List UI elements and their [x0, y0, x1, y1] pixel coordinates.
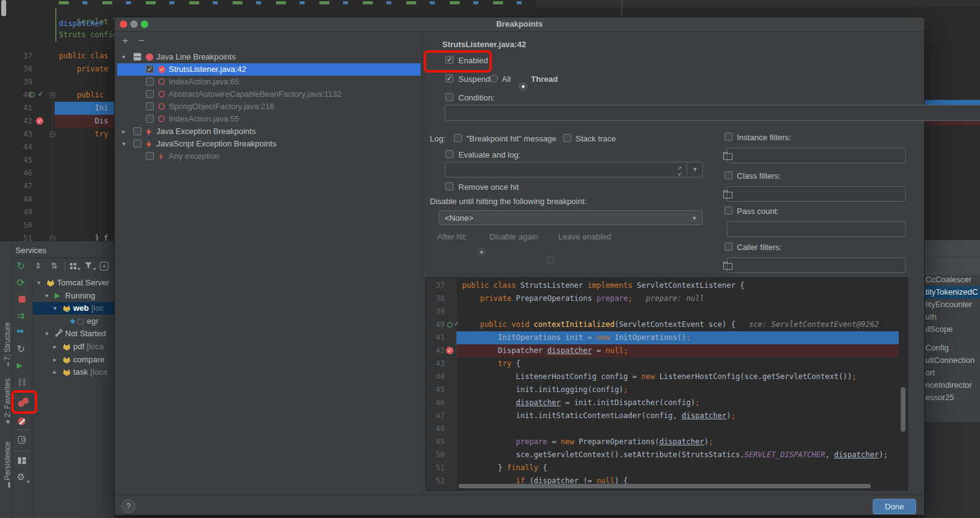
- view-breakpoints-icon[interactable]: [18, 398, 29, 407]
- breakpoint-tree-row[interactable]: ▾—Java Line Breakpoints: [117, 51, 421, 63]
- chevron-right-icon[interactable]: ▸: [53, 343, 56, 351]
- run-to-cursor-icon[interactable]: ▶: [17, 362, 22, 369]
- services-tree-row[interactable]: ▸▪compare: [33, 354, 115, 366]
- folder-icon[interactable]: [723, 192, 733, 199]
- services-tree-row[interactable]: ▾Running: [33, 290, 115, 302]
- services-tree-row[interactable]: ▾Tomcat Server: [33, 277, 115, 289]
- breakpoint-checkbox[interactable]: ✓: [146, 65, 154, 73]
- help-button[interactable]: ?: [122, 499, 135, 513]
- services-tree-row[interactable]: ▾▸web [loc: [33, 302, 115, 315]
- preview-vscrollbar[interactable]: [901, 387, 906, 432]
- folder-icon[interactable]: [723, 263, 733, 270]
- chevron-right-icon[interactable]: ▸: [122, 128, 125, 135]
- line-number: 43: [14, 128, 32, 141]
- chevron-down-icon[interactable]: ▾: [45, 330, 48, 337]
- breakpoint-tree-row[interactable]: SpringObjectFactory.java:216: [117, 100, 421, 113]
- stop-icon[interactable]: [19, 296, 25, 303]
- filter-checkbox[interactable]: [724, 133, 733, 141]
- history-dropdown-icon[interactable]: ▼: [692, 166, 698, 172]
- services-tree-row[interactable]: ▸▪task [loca: [33, 366, 115, 378]
- evaluate-input[interactable]: ↗ ↙ ▼: [445, 162, 703, 177]
- filter-input[interactable]: [727, 221, 906, 237]
- suspend-all-radio[interactable]: [490, 74, 498, 83]
- list-item[interactable]: essor25: [925, 393, 954, 402]
- list-item[interactable]: dScope: [925, 324, 953, 334]
- list-item[interactable]: lityEncounter: [925, 300, 972, 309]
- list-item[interactable]: ort: [925, 368, 935, 377]
- filter-input[interactable]: [727, 148, 906, 163]
- breakpoint-checkbox[interactable]: —: [133, 53, 141, 61]
- override-marker-icon[interactable]: [29, 92, 35, 97]
- rerun-icon[interactable]: ↻: [17, 261, 25, 271]
- breakpoint-icon[interactable]: ✓: [446, 347, 453, 354]
- camera-icon[interactable]: [18, 436, 25, 444]
- step-icon[interactable]: ◆◆: [17, 329, 23, 334]
- breakpoint-tree-row[interactable]: AbstractAutowireCapableBeanFactory.java:…: [117, 88, 421, 100]
- stripe-tab-favorites[interactable]: ★ 2: Favorites: [3, 367, 12, 435]
- breakpoint-checkbox[interactable]: [146, 78, 154, 86]
- filter-checkbox[interactable]: [724, 171, 733, 179]
- breakpoint-tree-row[interactable]: IndexAction.java:55: [117, 113, 421, 125]
- breakpoint-tree-row[interactable]: Any exception: [117, 150, 421, 163]
- mute-breakpoints-icon[interactable]: [18, 418, 25, 425]
- remove-once-checkbox[interactable]: [445, 182, 453, 190]
- list-item[interactable]: uth: [925, 312, 937, 321]
- folder-icon[interactable]: [723, 153, 733, 160]
- override-marker-icon[interactable]: [447, 322, 453, 328]
- resume-icon[interactable]: ⇉: [17, 311, 25, 320]
- done-button[interactable]: Done: [873, 499, 916, 514]
- filter-input[interactable]: [727, 186, 906, 202]
- breakpoint-checkbox[interactable]: [146, 102, 154, 110]
- leave-enabled-radio[interactable]: [546, 256, 555, 264]
- services-tree-row[interactable]: ▾Not Started: [33, 328, 115, 340]
- layout-icon[interactable]: [18, 457, 25, 465]
- breakpoint-checkbox[interactable]: [146, 152, 154, 160]
- filter-checkbox[interactable]: [724, 207, 733, 215]
- disable-again-radio[interactable]: [478, 248, 486, 256]
- breakpoint-tree-row[interactable]: ▾JavaScript Exception Breakpoints: [117, 138, 421, 150]
- chevron-down-icon[interactable]: ▾: [122, 53, 125, 61]
- list-item[interactable]: CcCoalescer: [925, 275, 971, 284]
- rerun-debug-icon[interactable]: ⟳: [17, 278, 25, 288]
- breakpoint-tree-row[interactable]: ▸Java Exception Breakpoints: [117, 125, 421, 138]
- suspend-thread-radio[interactable]: [519, 83, 527, 91]
- condition-checkbox[interactable]: [445, 93, 453, 101]
- log-message-checkbox[interactable]: [454, 134, 462, 142]
- list-item[interactable]: ultConnection: [925, 355, 975, 365]
- preview-hscrollbar[interactable]: [458, 484, 871, 488]
- breakpoint-tree-row[interactable]: IndexAction.java:65: [117, 76, 421, 88]
- exception-breakpoint-icon: [158, 153, 164, 161]
- breakpoint-checkbox[interactable]: [133, 127, 141, 135]
- chevron-down-icon[interactable]: ▾: [37, 279, 40, 287]
- chevron-down-icon[interactable]: ▾: [45, 292, 48, 300]
- refresh-icon[interactable]: ↻: [17, 344, 25, 354]
- expand-editor-icon[interactable]: ↗ ↙: [677, 166, 681, 177]
- services-side-toolbar: ↻⟳⇉◆◆↻▶⚙▼: [12, 241, 32, 518]
- breakpoint-icon[interactable]: ✓: [36, 117, 43, 125]
- breakpoint-tree-row[interactable]: ✓✓StrutsListener.java:42: [117, 63, 421, 76]
- breakpoint-checkbox[interactable]: [146, 90, 154, 98]
- chevron-down-icon[interactable]: ▾: [122, 140, 125, 148]
- suspend-checkbox[interactable]: ✓: [445, 74, 453, 83]
- chevron-right-icon[interactable]: ▸: [53, 368, 56, 376]
- settings-icon[interactable]: ⚙: [17, 472, 25, 481]
- stripe-tab-persistence[interactable]: ▬ Persistence: [3, 431, 12, 499]
- condition-input[interactable]: ↗ ↙ ▼: [445, 105, 980, 121]
- enabled-checkbox[interactable]: ✓: [445, 56, 453, 64]
- chevron-right-icon[interactable]: ▸: [53, 356, 56, 364]
- evaluate-checkbox[interactable]: [445, 150, 453, 158]
- services-tree-row[interactable]: egr: [33, 315, 115, 328]
- stack-trace-checkbox[interactable]: [563, 134, 571, 142]
- tree-detail-divider[interactable]: [422, 31, 422, 494]
- list-item[interactable]: Config: [925, 343, 949, 352]
- disable-until-combobox[interactable]: <None> ▼: [439, 210, 703, 225]
- filter-input[interactable]: [727, 257, 906, 273]
- services-tree-row[interactable]: ▸▪pdf [loca: [33, 341, 115, 353]
- pause-icon[interactable]: [18, 378, 26, 386]
- list-item[interactable]: tityTokenizedC: [925, 287, 978, 297]
- list-item[interactable]: nceIndirector: [925, 380, 972, 390]
- chevron-down-icon[interactable]: ▾: [53, 305, 56, 312]
- filter-checkbox[interactable]: [724, 243, 733, 251]
- breakpoint-checkbox[interactable]: [146, 115, 154, 123]
- breakpoint-checkbox[interactable]: [133, 140, 141, 148]
